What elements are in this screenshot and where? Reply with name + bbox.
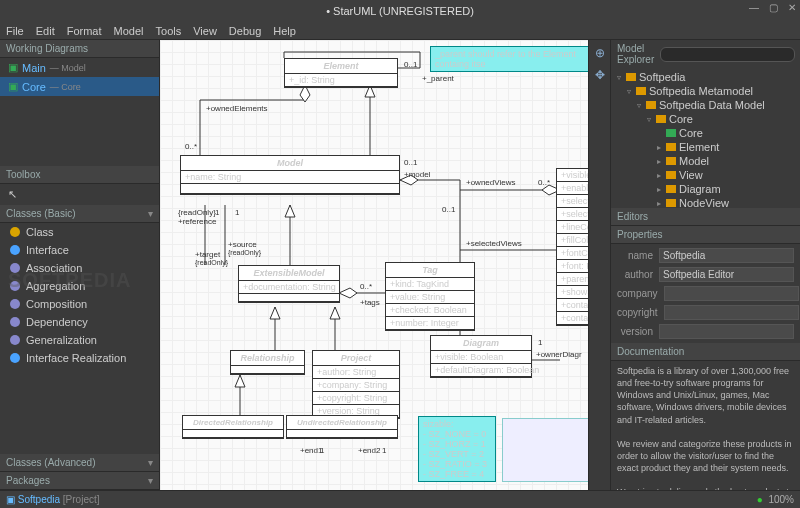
- toolbox-item[interactable]: Association: [0, 259, 159, 277]
- statusbar: ▣ Softpedia [Project] ● 100%: [0, 490, 800, 508]
- documentation-text[interactable]: Softpedia is a library of over 1,300,000…: [611, 361, 800, 490]
- toolbox-item[interactable]: Composition: [0, 295, 159, 313]
- svg-marker-19: [330, 307, 340, 319]
- diagram-canvas[interactable]: _parent should refer to the Element cont…: [160, 40, 588, 490]
- model-explorer-tree[interactable]: ▿Softpedia▿Softpedia Metamodel▿Softpedia…: [611, 68, 800, 208]
- menubar: File Edit Format Model Tools View Debug …: [0, 22, 800, 40]
- tree-node[interactable]: ▿Softpedia: [611, 70, 800, 84]
- tree-node[interactable]: ▸View: [611, 168, 800, 182]
- model-explorer-header: Model Explorer: [617, 43, 654, 65]
- zoom-level[interactable]: 100%: [768, 494, 794, 505]
- svg-marker-11: [285, 205, 295, 217]
- menu-model[interactable]: Model: [114, 25, 144, 37]
- working-diagram-item[interactable]: ▣Core — Core: [0, 77, 159, 96]
- close-icon[interactable]: ✕: [788, 2, 796, 13]
- editors-header: Editors: [611, 208, 800, 226]
- tree-node[interactable]: ▸Model: [611, 154, 800, 168]
- tree-node[interactable]: ▿Softpedia Data Model: [611, 98, 800, 112]
- documentation-header: Documentation: [611, 343, 800, 361]
- menu-debug[interactable]: Debug: [229, 25, 261, 37]
- toolbox-group-basic[interactable]: Classes (Basic)▾: [0, 205, 159, 223]
- toolbox-item[interactable]: Interface: [0, 241, 159, 259]
- svg-marker-21: [235, 375, 245, 387]
- menu-format[interactable]: Format: [67, 25, 102, 37]
- pointer-icon[interactable]: ↖: [8, 188, 17, 200]
- svg-marker-15: [339, 288, 357, 298]
- canvas-vertical-toolbar: ⊕ ✥: [588, 40, 610, 490]
- menu-edit[interactable]: Edit: [36, 25, 55, 37]
- toolbox-group-advanced[interactable]: Classes (Advanced)▾: [0, 454, 159, 472]
- search-input[interactable]: [660, 47, 795, 62]
- property-row: company: [611, 284, 800, 303]
- property-row: name: [611, 246, 800, 265]
- uml-note[interactable]: _parent should refer to the Element cont…: [430, 46, 588, 72]
- toolbox-header: Toolbox: [0, 166, 159, 184]
- tree-node[interactable]: ▿Core: [611, 112, 800, 126]
- working-diagrams-header: Working Diagrams: [0, 40, 159, 58]
- uml-class-view[interactable]: +visible: B+enabled:+selected:+selectabl…: [556, 168, 588, 326]
- property-input[interactable]: [664, 305, 799, 320]
- toolbox-item[interactable]: Dependency: [0, 313, 159, 331]
- property-input[interactable]: [659, 248, 794, 263]
- uml-class-extensiblemodel[interactable]: ExtensibleModel +documentation: String: [238, 265, 340, 303]
- minimize-icon[interactable]: —: [749, 2, 759, 13]
- menu-file[interactable]: File: [6, 25, 24, 37]
- toolbox-item[interactable]: Aggregation: [0, 277, 159, 295]
- toolbox-item[interactable]: Interface Realization: [0, 349, 159, 367]
- toolbox-item[interactable]: Class: [0, 223, 159, 241]
- status-ok-icon: ●: [757, 494, 763, 505]
- property-row: author: [611, 265, 800, 284]
- property-input[interactable]: [659, 324, 794, 339]
- tree-node[interactable]: ▸Diagram: [611, 182, 800, 196]
- uml-class-diagram[interactable]: Diagram +visible: Boolean +defaultDiagra…: [430, 335, 532, 378]
- property-row: version: [611, 322, 800, 341]
- property-input[interactable]: [664, 286, 799, 301]
- uml-thumbnail[interactable]: [502, 418, 588, 482]
- menu-view[interactable]: View: [193, 25, 217, 37]
- uml-note-sizable[interactable]: sizable: - SZ_NONE = 0 - SZ_HORZ = 1 - S…: [418, 416, 496, 482]
- status-project[interactable]: ▣ Softpedia: [6, 494, 60, 505]
- titlebar: • StarUML (UNREGISTERED) — ▢ ✕: [0, 0, 800, 22]
- menu-tools[interactable]: Tools: [156, 25, 182, 37]
- toolbox-item[interactable]: Generalization: [0, 331, 159, 349]
- uml-class-directedrel[interactable]: DirectedRelationship: [182, 415, 284, 439]
- move-icon[interactable]: ✥: [593, 68, 607, 82]
- uml-class-model[interactable]: Model +name: String: [180, 155, 400, 195]
- property-input[interactable]: [659, 267, 794, 282]
- toolbox-group-packages[interactable]: Packages▾: [0, 472, 159, 490]
- maximize-icon[interactable]: ▢: [769, 2, 778, 13]
- menu-help[interactable]: Help: [273, 25, 296, 37]
- tree-node[interactable]: ▿Softpedia Metamodel: [611, 84, 800, 98]
- uml-class-element[interactable]: Element +_id: String: [284, 58, 398, 88]
- svg-marker-17: [270, 307, 280, 319]
- uml-class-tag[interactable]: Tag +kind: TagKind +value: String +check…: [385, 262, 475, 331]
- tree-node[interactable]: Core: [611, 126, 800, 140]
- tree-node[interactable]: ▸Element: [611, 140, 800, 154]
- tree-node[interactable]: ▸NodeView: [611, 196, 800, 208]
- target-icon[interactable]: ⊕: [593, 46, 607, 60]
- properties-header: Properties: [611, 226, 800, 244]
- working-diagram-item[interactable]: ▣Main — Model: [0, 58, 159, 77]
- window-title: • StarUML (UNREGISTERED): [326, 5, 474, 17]
- property-row: copyright: [611, 303, 800, 322]
- uml-class-relationship[interactable]: Relationship: [230, 350, 305, 375]
- uml-class-undirectedrel[interactable]: UndirectedRelationship: [286, 415, 398, 439]
- uml-class-project[interactable]: Project +author: String +company: String…: [312, 350, 400, 419]
